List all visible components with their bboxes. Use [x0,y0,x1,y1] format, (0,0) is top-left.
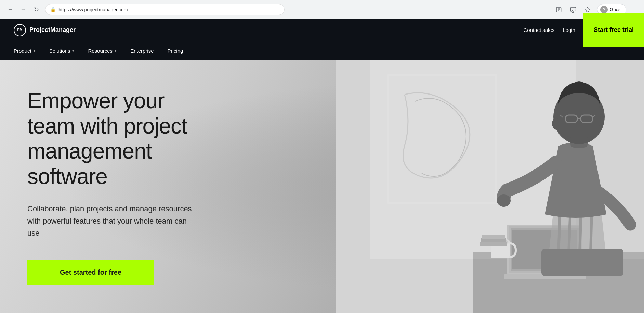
header-right: Contact sales Login Start free trial [523,13,630,47]
nav-resources[interactable]: Resources ▾ [88,45,117,56]
guest-label: Guest [610,7,622,12]
lock-icon: 🔒 [50,7,56,12]
contact-sales-link[interactable]: Contact sales [523,27,554,33]
svg-rect-4 [571,7,576,11]
nav-product-label: Product [14,48,31,54]
resources-chevron-icon: ▾ [115,49,117,53]
nav-buttons: ← → ↻ [5,5,41,14]
logo[interactable]: PM ProjectManager [14,24,76,36]
nav-resources-label: Resources [88,48,113,54]
url-text: https://www.projectmanager.com [58,7,128,12]
hero-subtext: Collaborate, plan projects and manage re… [27,203,198,239]
logo-badge: PM [14,24,26,36]
hero-headline: Empower your team with project managemen… [27,88,212,189]
hero-section: Empower your team with project managemen… [0,60,644,313]
login-link[interactable]: Login [563,27,575,33]
site-header: PM ProjectManager Contact sales Login St… [0,19,644,60]
guest-avatar: ? [600,6,608,13]
nav-enterprise-label: Enterprise [130,48,154,54]
nav-enterprise[interactable]: Enterprise [130,45,154,56]
svg-rect-31 [541,249,623,276]
nav-product[interactable]: Product ▾ [14,45,36,56]
address-bar[interactable]: 🔒 https://www.projectmanager.com [45,4,285,15]
product-chevron-icon: ▾ [34,49,36,53]
logo-text: ProjectManager [29,26,76,34]
refresh-button[interactable]: ↻ [31,5,41,14]
hero-content: Empower your team with project managemen… [0,68,239,306]
solutions-chevron-icon: ▾ [72,49,74,53]
header-top: PM ProjectManager Contact sales Login St… [0,19,644,41]
hero-illustration [336,60,644,313]
nav-pricing[interactable]: Pricing [168,45,183,56]
back-button[interactable]: ← [5,5,15,14]
svg-marker-5 [585,7,590,12]
svg-rect-25 [482,235,505,239]
get-started-button[interactable]: Get started for free [27,260,154,285]
forward-button[interactable]: → [18,5,28,14]
nav-pricing-label: Pricing [168,48,183,54]
svg-point-32 [497,194,511,207]
more-options-button[interactable]: ⋯ [631,5,639,14]
nav-solutions-label: Solutions [49,48,70,54]
start-trial-button[interactable]: Start free trial [583,13,644,47]
nav-solutions[interactable]: Solutions ▾ [49,45,75,56]
